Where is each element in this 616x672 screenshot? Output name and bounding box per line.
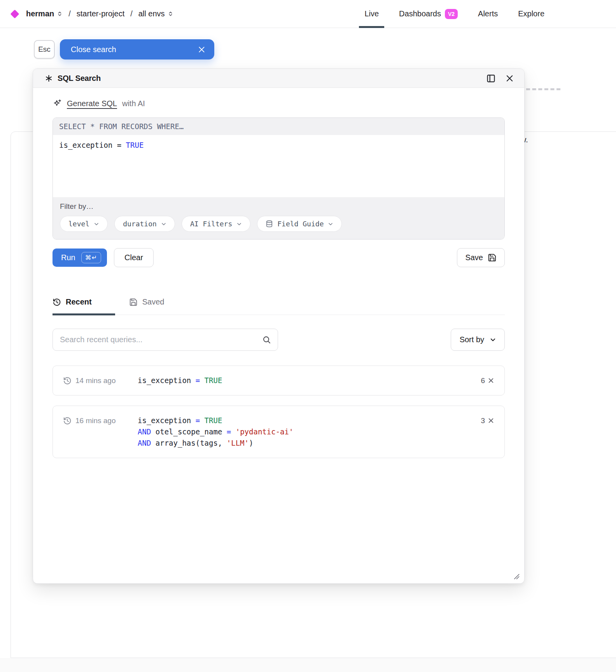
- close-modal-icon[interactable]: [505, 74, 514, 83]
- save-floppy-icon: [129, 298, 138, 306]
- tab-recent[interactable]: Recent: [52, 298, 115, 315]
- filter-pill-field-guide[interactable]: Field Guide: [257, 216, 342, 232]
- env-switcher[interactable]: all envs: [138, 9, 173, 18]
- tab-label: Recent: [66, 298, 92, 306]
- save-floppy-icon: [488, 253, 497, 262]
- query-sql: is_exception = TRUEAND otel_scope_name =…: [138, 415, 481, 449]
- ai-sparkle-icon: [52, 99, 62, 108]
- sort-by-button[interactable]: Sort by: [451, 329, 505, 351]
- recent-query-row[interactable]: 14 mins agois_exception = TRUE6: [52, 366, 505, 396]
- sql-editor-input[interactable]: is_exception = TRUE: [53, 135, 504, 197]
- editor-actions: Run ⌘↵ Clear Save: [52, 248, 505, 267]
- close-search-label: Close search: [71, 45, 116, 54]
- run-button[interactable]: Run ⌘↵: [52, 248, 107, 267]
- page-bottom-strip: [0, 658, 616, 672]
- query-run-count: 6: [481, 376, 485, 385]
- modal-body: Generate SQL with AI SELECT * FROM RECOR…: [33, 88, 524, 583]
- history-icon: [63, 376, 72, 385]
- query-count-remove-button[interactable]: 3: [481, 415, 494, 426]
- tab-label: Saved: [142, 298, 164, 306]
- nav-item-live[interactable]: Live: [364, 0, 379, 28]
- asterisk-icon: [45, 74, 53, 82]
- sort-by-label: Sort by: [460, 335, 484, 344]
- database-icon: [266, 220, 273, 228]
- selector-chevrons-icon: [57, 10, 63, 17]
- query-timestamp: 14 mins ago: [63, 375, 138, 386]
- query-timestamp: 16 mins ago: [63, 415, 138, 426]
- filter-pill-ai-filters[interactable]: AI Filters: [182, 216, 250, 232]
- run-label: Run: [61, 253, 75, 262]
- top-navbar: herman / starter-project / all envs Live…: [0, 0, 616, 28]
- chevron-down-icon: [94, 221, 99, 227]
- remove-icon: [488, 417, 494, 424]
- sql-editor-placeholder: SELECT * FROM RECORDS WHERE…: [53, 118, 504, 135]
- breadcrumb-separator: /: [130, 9, 133, 18]
- org-name: herman: [26, 9, 54, 18]
- generate-sql-suffix: with AI: [122, 99, 145, 108]
- breadcrumb-separator: /: [68, 9, 71, 18]
- filter-pills: leveldurationAI FiltersField Guide: [60, 216, 497, 232]
- search-icon: [262, 335, 271, 345]
- chevron-down-icon: [236, 221, 242, 227]
- save-label: Save: [465, 253, 483, 262]
- history-icon: [63, 416, 72, 425]
- sql-search-modal: SQL Search Generate SQL with AI SELECT *…: [33, 68, 525, 584]
- pill-label: duration: [123, 220, 157, 228]
- recent-search-input[interactable]: [52, 329, 278, 351]
- run-shortcut-keycap: ⌘↵: [81, 252, 101, 264]
- nav-item-label: Live: [364, 9, 379, 18]
- recent-toolbar: Sort by: [52, 329, 505, 351]
- selector-chevrons-icon: [168, 10, 173, 17]
- chevron-down-icon: [328, 221, 333, 227]
- sql-editor: SELECT * FROM RECORDS WHERE… is_exceptio…: [52, 117, 505, 240]
- query-sql: is_exception = TRUE: [138, 375, 481, 386]
- nav-item-explore[interactable]: Explore: [518, 0, 544, 28]
- breadcrumb: herman / starter-project / all envs: [12, 9, 173, 18]
- save-button[interactable]: Save: [457, 248, 505, 267]
- background-dashed-line: [526, 88, 560, 90]
- query-count-remove-button[interactable]: 6: [481, 375, 494, 386]
- close-icon: [198, 46, 206, 54]
- logfire-logo-icon[interactable]: [10, 9, 19, 18]
- recent-query-row[interactable]: 16 mins agois_exception = TRUEAND otel_s…: [52, 406, 505, 458]
- resize-handle[interactable]: [513, 573, 520, 580]
- modal-header: SQL Search: [33, 69, 524, 88]
- pill-label: Field Guide: [277, 220, 324, 228]
- filter-by-label: Filter by…: [60, 202, 497, 211]
- pill-label: AI Filters: [190, 220, 232, 228]
- recent-search-box: [52, 329, 278, 351]
- query-run-count: 3: [481, 416, 485, 425]
- generate-sql-link[interactable]: Generate SQL: [67, 99, 117, 108]
- filter-pill-level[interactable]: level: [60, 216, 108, 232]
- close-search-bar: Esc Close search: [34, 39, 214, 60]
- history-icon: [52, 298, 61, 306]
- nav-item-alerts[interactable]: Alerts: [478, 0, 498, 28]
- tab-saved[interactable]: Saved: [129, 298, 188, 315]
- org-switcher[interactable]: herman: [26, 9, 63, 18]
- chevron-down-icon: [161, 221, 166, 227]
- clear-button[interactable]: Clear: [114, 248, 154, 267]
- nav-item-label: Alerts: [478, 9, 498, 18]
- main-nav: LiveDashboardsV2AlertsExplore: [364, 0, 544, 28]
- filter-pill-duration[interactable]: duration: [114, 216, 175, 232]
- nav-item-dashboards[interactable]: DashboardsV2: [399, 0, 458, 28]
- project-link[interactable]: starter-project: [77, 9, 124, 18]
- v2-badge: V2: [445, 9, 458, 19]
- env-name: all envs: [138, 9, 165, 18]
- modal-title: SQL Search: [58, 74, 101, 83]
- recent-query-list: 14 mins agois_exception = TRUE616 mins a…: [52, 366, 505, 458]
- close-search-button[interactable]: Close search: [60, 39, 214, 60]
- history-tabs: RecentSaved: [52, 298, 505, 315]
- dock-panel-icon[interactable]: [486, 74, 496, 83]
- nav-item-label: Dashboards: [399, 9, 441, 18]
- nav-item-label: Explore: [518, 9, 544, 18]
- generate-sql-row: Generate SQL with AI: [52, 99, 505, 108]
- project-name: starter-project: [77, 9, 124, 18]
- pill-label: level: [68, 220, 89, 228]
- esc-keycap[interactable]: Esc: [34, 40, 55, 59]
- remove-icon: [488, 377, 494, 384]
- filter-section: Filter by… leveldurationAI FiltersField …: [53, 197, 504, 239]
- chevron-down-icon: [489, 336, 497, 343]
